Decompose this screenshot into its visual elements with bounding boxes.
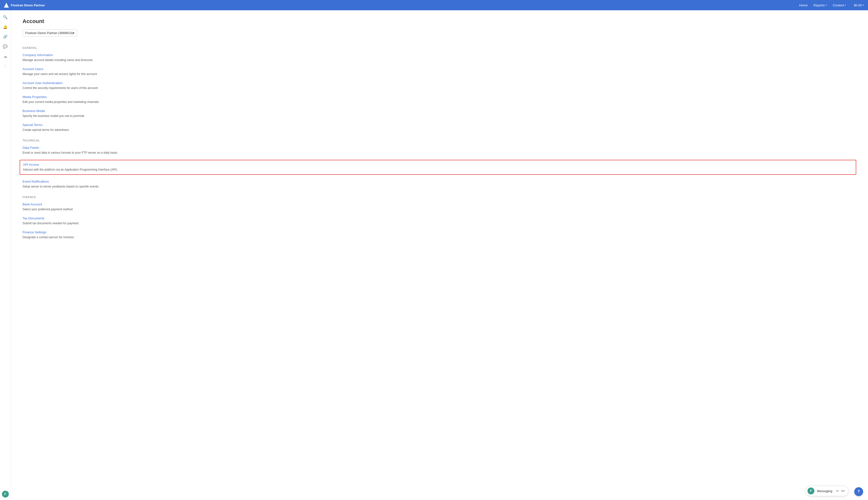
edit-icon[interactable]: ✏ <box>836 489 839 493</box>
sidebar-user-avatar[interactable]: F <box>2 491 9 498</box>
data-feeds-desc: Email or send data in various formats to… <box>23 151 117 155</box>
list-item: Tax Documents Submit tax documents neede… <box>23 216 856 226</box>
help-button[interactable]: ? <box>854 487 863 496</box>
list-item: Company Information Manage account detai… <box>23 53 856 62</box>
nav-content[interactable]: Content ▾ <box>833 3 846 7</box>
page-title: Account <box>23 18 856 24</box>
account-users-link[interactable]: Account Users <box>23 67 856 71</box>
bank-account-link[interactable]: Bank Account <box>23 203 856 206</box>
sidebar-search-icon[interactable]: 🔍 <box>1 13 9 21</box>
account-users-desc: Manage your users and set access rights … <box>23 72 97 76</box>
account-selector-value: Fivetran Demo Partner (3669623) <box>25 31 73 35</box>
account-user-auth-desc: Control the security requirements for us… <box>23 86 98 90</box>
account-selector[interactable]: Fivetran Demo Partner (3669623) ▾ <box>23 30 77 36</box>
account-selector-chevron-icon: ▾ <box>73 31 74 35</box>
main-content: Account Fivetran Demo Partner (3669623) … <box>11 10 868 500</box>
section-technical-label: TECHNICAL <box>23 139 856 142</box>
sidebar-link-icon[interactable]: 🔗 <box>1 33 9 41</box>
list-item: Event Notifications Setup server to serv… <box>23 180 856 189</box>
media-properties-desc: Edit your current media properties and m… <box>23 100 99 104</box>
event-notifications-link[interactable]: Event Notifications <box>23 180 856 183</box>
media-properties-link[interactable]: Media Properties <box>23 95 856 99</box>
api-access-desc: Interact with the platform via an Applic… <box>23 168 117 171</box>
bank-account-desc: Select your preferred payment method <box>23 208 73 211</box>
messaging-widget[interactable]: F Messaging ✏ ••• <box>806 486 848 496</box>
messaging-actions: ✏ ••• <box>836 489 845 493</box>
company-information-link[interactable]: Company Information <box>23 53 856 57</box>
finance-settings-link[interactable]: Finance Settings <box>23 230 856 234</box>
general-settings-list: Company Information Manage account detai… <box>23 53 856 132</box>
finance-settings-desc: Designate a contact person for invoices <box>23 236 74 239</box>
reports-chevron-icon: ▾ <box>825 4 827 7</box>
sidebar-dots-icon[interactable]: ⋮ <box>1 62 9 70</box>
sidebar-chat-icon[interactable]: 💬 <box>1 43 9 50</box>
nav-reports[interactable]: Reports ▾ <box>813 3 827 7</box>
api-access-link[interactable]: API Access <box>23 163 853 167</box>
special-terms-link[interactable]: Special Terms <box>23 123 856 127</box>
business-model-link[interactable]: Business Model <box>23 109 856 113</box>
more-options-icon[interactable]: ••• <box>841 489 845 493</box>
event-notifications-desc: Setup server to server postbacks based o… <box>23 185 98 188</box>
tax-documents-link[interactable]: Tax Documents <box>23 216 856 220</box>
logo-icon <box>4 3 9 8</box>
list-item: Business Model Specify the business mode… <box>23 109 856 118</box>
company-information-desc: Manage account details including name an… <box>23 58 93 62</box>
list-item: Special Terms Create special terms for a… <box>23 123 856 132</box>
sidebar-cloud-icon[interactable]: ☁ <box>1 53 9 60</box>
balance-chevron-icon: ▾ <box>863 4 864 7</box>
app-body: 🔍 🔔 🔗 💬 ☁ ⋮ F Account Fivetran Demo Part… <box>0 10 868 500</box>
messaging-label: Messaging <box>817 489 832 493</box>
list-item: Finance Settings Designate a contact per… <box>23 230 856 239</box>
business-model-desc: Specify the business model you use to pr… <box>23 114 84 118</box>
sidebar: 🔍 🔔 🔗 💬 ☁ ⋮ F <box>0 10 11 500</box>
section-general-label: GENERAL <box>23 46 856 49</box>
account-user-auth-link[interactable]: Account User Authentication <box>23 81 856 85</box>
data-feeds-link[interactable]: Data Feeds <box>23 146 856 149</box>
api-access-item: API Access Interact with the platform vi… <box>20 160 856 175</box>
balance-display[interactable]: $0.00 ▾ <box>854 3 864 7</box>
list-item: Bank Account Select your preferred payme… <box>23 203 856 212</box>
list-item: Data Feeds Email or send data in various… <box>23 146 856 155</box>
special-terms-desc: Create special terms for advertisers <box>23 128 69 132</box>
list-item: Account User Authentication Control the … <box>23 81 856 90</box>
tax-documents-desc: Submit tax documents needed for payment <box>23 221 79 225</box>
top-navigation: Fivetran Demo Partner Home Reports ▾ Con… <box>0 0 868 10</box>
finance-settings-list: Bank Account Select your preferred payme… <box>23 203 856 239</box>
brand-name: Fivetran Demo Partner <box>11 3 45 7</box>
list-item: Media Properties Edit your current media… <box>23 95 856 104</box>
nav-home[interactable]: Home <box>799 3 808 7</box>
messaging-avatar: F <box>808 488 814 495</box>
section-finance-label: FINANCE <box>23 196 856 198</box>
sidebar-bell-icon[interactable]: 🔔 <box>1 23 9 31</box>
content-chevron-icon: ▾ <box>845 4 846 7</box>
technical-settings-list: Data Feeds Email or send data in various… <box>23 146 856 189</box>
brand-logo[interactable]: Fivetran Demo Partner <box>4 3 45 8</box>
nav-links: Home Reports ▾ Content ▾ <box>799 3 846 7</box>
list-item: Account Users Manage your users and set … <box>23 67 856 76</box>
